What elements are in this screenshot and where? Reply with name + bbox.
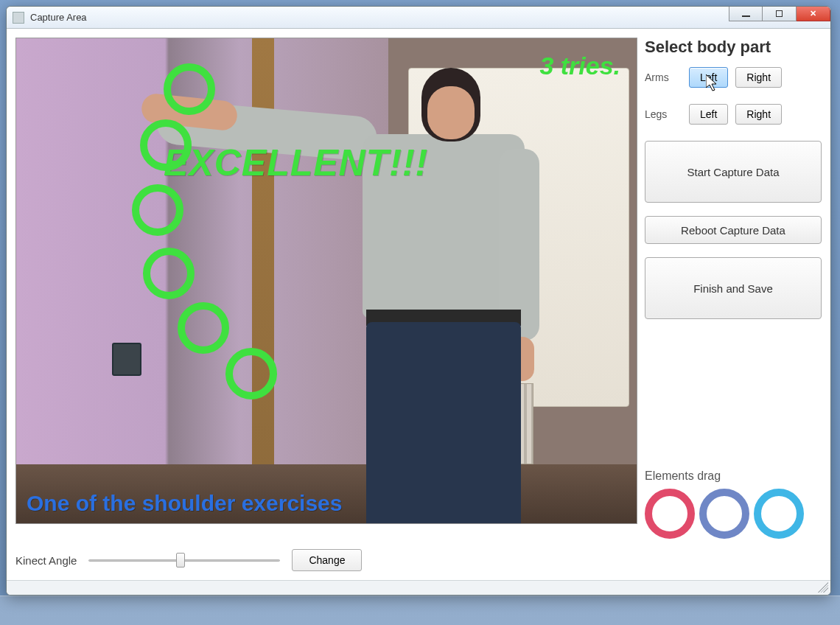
drag-element-1[interactable]	[645, 489, 695, 539]
finish-save-button[interactable]: Finish and Save	[645, 257, 822, 319]
arms-label: Arms	[645, 71, 682, 83]
slider-thumb[interactable]	[176, 553, 185, 568]
drag-circles-row	[645, 489, 822, 539]
legs-row: Legs Left Right	[645, 104, 822, 125]
start-capture-button[interactable]: Start Capture Data	[645, 141, 822, 203]
window-title: Capture Area	[30, 12, 87, 23]
arms-right-button[interactable]: Right	[735, 67, 782, 88]
minimize-button[interactable]	[729, 7, 763, 21]
elements-drag-label: Elements drag	[645, 469, 822, 483]
legs-label: Legs	[645, 108, 682, 120]
trajectory-marker[interactable]	[225, 348, 277, 399]
title-bar[interactable]: Capture Area ✕	[7, 7, 830, 29]
maximize-icon	[776, 10, 783, 17]
drag-element-3[interactable]	[754, 489, 804, 539]
arms-row: Arms Left Right	[645, 67, 822, 88]
window-controls: ✕	[729, 7, 830, 21]
close-button[interactable]: ✕	[797, 7, 830, 21]
client-area: EXCELLENT!!! 3 tries. One of the shoulde…	[7, 29, 830, 580]
reboot-capture-button[interactable]: Reboot Capture Data	[645, 216, 822, 244]
close-icon: ✕	[810, 10, 816, 18]
sidebar-title: Select body part	[645, 38, 822, 57]
minimize-icon	[742, 15, 750, 17]
trajectory-marker[interactable]	[132, 184, 183, 236]
scene-person	[296, 53, 547, 524]
drag-element-2[interactable]	[699, 489, 749, 539]
legs-left-button[interactable]: Left	[689, 104, 728, 125]
feedback-text: EXCELLENT!!!	[164, 142, 428, 184]
arms-left-button[interactable]: Left	[689, 67, 728, 88]
sidebar: Select body part Arms Left Right L	[645, 38, 822, 539]
trajectory-marker[interactable]	[143, 248, 195, 299]
scene-outlet	[112, 343, 141, 376]
resize-grip[interactable]	[818, 582, 828, 593]
app-window: Capture Area ✕	[6, 6, 831, 596]
capture-video-area[interactable]: EXCELLENT!!! 3 tries. One of the shoulde…	[15, 38, 637, 524]
tries-counter: 3 tries.	[539, 52, 620, 80]
app-icon	[13, 12, 24, 24]
trajectory-marker[interactable]	[140, 119, 192, 171]
footer-controls: Kinect Angle Change	[15, 546, 822, 571]
maximize-button[interactable]	[763, 7, 797, 21]
exercise-caption: One of the shoulder exercises	[27, 491, 342, 516]
kinect-angle-label: Kinect Angle	[15, 554, 77, 567]
trajectory-marker[interactable]	[164, 63, 215, 115]
legs-right-button[interactable]: Right	[735, 104, 782, 125]
desktop-background: Capture Area ✕	[0, 0, 840, 625]
change-button[interactable]: Change	[292, 549, 362, 571]
taskbar-strip	[0, 596, 840, 625]
status-bar	[7, 580, 830, 595]
kinect-angle-slider[interactable]	[88, 553, 280, 568]
trajectory-marker[interactable]	[178, 302, 229, 354]
